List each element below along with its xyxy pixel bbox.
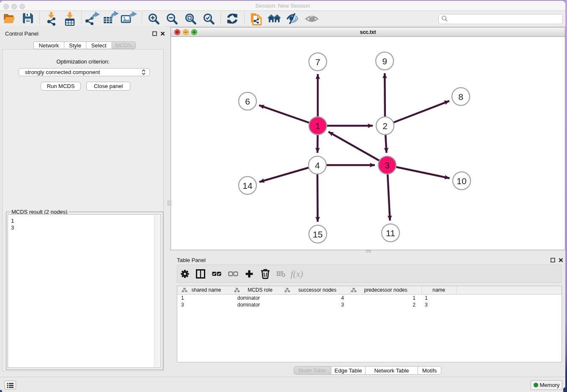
svg-text:7: 7 [315, 57, 320, 67]
svg-text:f(x): f(x) [291, 269, 303, 279]
svg-text:2: 2 [383, 121, 388, 131]
svg-text:6: 6 [245, 97, 250, 106]
svg-text:4: 4 [315, 160, 320, 170]
svg-text:10: 10 [457, 176, 466, 186]
svg-text:3: 3 [385, 160, 390, 170]
svg-text:11: 11 [386, 228, 395, 238]
svg-text:1: 1 [315, 121, 320, 131]
svg-text:8: 8 [458, 92, 463, 102]
svg-text:9: 9 [382, 56, 387, 66]
svg-text:15: 15 [313, 229, 322, 239]
svg-text:14: 14 [242, 181, 253, 190]
